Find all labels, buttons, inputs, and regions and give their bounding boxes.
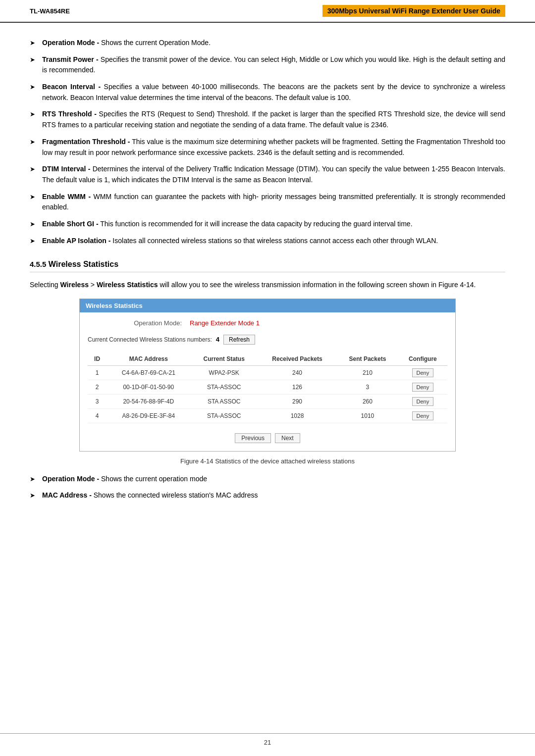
table-cell: 3 — [337, 380, 398, 394]
nav-row: Previous Next — [88, 430, 447, 444]
table-col-header: Current Status — [190, 353, 258, 366]
footer-bullet-list: ➤ Operation Mode - Shows the current ope… — [30, 474, 505, 501]
page-footer: 21 — [0, 733, 535, 756]
stations-row: Current Connected Wireless Stations numb… — [88, 335, 447, 345]
footer-bullet-item: ➤ MAC Address - Shows the connected wire… — [30, 490, 505, 501]
bullet-arrow-icon: ➤ — [30, 192, 35, 202]
bullet-text: Fragmentation Threshold - This value is … — [42, 137, 505, 158]
page-header: TL-WA854RE 300Mbps Universal WiFi Range … — [0, 0, 535, 23]
bullet-text: Operation Mode - Shows the current opera… — [42, 474, 505, 485]
table-col-header: MAC Address — [107, 353, 190, 366]
table-cell: 1028 — [258, 408, 337, 423]
table-cell-configure: Deny — [398, 394, 447, 408]
main-content: ➤ Operation Mode - Shows the current Ope… — [0, 23, 535, 733]
bullet-arrow-icon: ➤ — [30, 491, 35, 501]
stations-count: 4 — [216, 336, 219, 343]
table-cell: 1 — [88, 365, 107, 380]
table-col-header: Sent Packets — [337, 353, 398, 366]
table-col-header: Configure — [398, 353, 447, 366]
bullet-item: ➤ Enable AP Isolation - Isolates all con… — [30, 236, 505, 247]
refresh-button[interactable]: Refresh — [223, 335, 255, 345]
table-header: IDMAC AddressCurrent StatusReceived Pack… — [88, 353, 447, 366]
table-cell-configure: Deny — [398, 380, 447, 394]
operation-mode-label: Operation Mode: — [117, 319, 182, 327]
table-cell: STA ASSOC — [190, 394, 258, 408]
bullet-arrow-icon: ➤ — [30, 219, 35, 229]
deny-button[interactable]: Deny — [412, 397, 434, 406]
bullet-arrow-icon: ➤ — [30, 236, 35, 246]
table-cell: 00-1D-0F-01-50-90 — [107, 380, 190, 394]
page-wrapper: TL-WA854RE 300Mbps Universal WiFi Range … — [0, 0, 535, 756]
figure-caption: Figure 4-14 Statistics of the device att… — [30, 457, 505, 465]
bullet-arrow-icon: ➤ — [30, 55, 35, 65]
bullet-arrow-icon: ➤ — [30, 474, 35, 484]
bullet-arrow-icon: ➤ — [30, 38, 35, 48]
table-cell-configure: Deny — [398, 365, 447, 380]
next-button[interactable]: Next — [275, 433, 300, 443]
table-row: 4A8-26-D9-EE-3F-84STA-ASSOC10281010Deny — [88, 408, 447, 423]
wireless-statistics-panel: Wireless Statistics Operation Mode: Rang… — [79, 299, 456, 452]
header-model: TL-WA854RE — [30, 7, 70, 15]
previous-button[interactable]: Previous — [235, 433, 271, 443]
footer-bullet-item: ➤ Operation Mode - Shows the current ope… — [30, 474, 505, 485]
header-title: 300Mbps Universal WiFi Range Extender Us… — [322, 5, 505, 17]
deny-button[interactable]: Deny — [412, 383, 434, 392]
deny-button[interactable]: Deny — [412, 368, 434, 377]
operation-mode-row: Operation Mode: Range Extender Mode 1 — [88, 319, 447, 327]
bullet-text: MAC Address - Shows the connected wirele… — [42, 490, 505, 501]
stations-table: IDMAC AddressCurrent StatusReceived Pack… — [88, 353, 447, 423]
bullet-arrow-icon: ➤ — [30, 164, 35, 174]
bullet-item: ➤ Beacon Interval - Specifies a value be… — [30, 82, 505, 103]
table-cell: 2 — [88, 380, 107, 394]
table-cell: 20-54-76-88-9F-4D — [107, 394, 190, 408]
table-cell: 260 — [337, 394, 398, 408]
table-cell: C4-6A-B7-69-CA-21 — [107, 365, 190, 380]
section-number: 4.5.5 — [30, 260, 46, 268]
section-title: Wireless Statistics — [49, 260, 118, 268]
table-header-row: IDMAC AddressCurrent StatusReceived Pack… — [88, 353, 447, 366]
operation-mode-value: Range Extender Mode 1 — [190, 319, 260, 327]
table-col-header: Received Packets — [258, 353, 337, 366]
stations-label: Current Connected Wireless Stations numb… — [88, 336, 212, 343]
table-body: 1C4-6A-B7-69-CA-21WPA2-PSK240210Deny200-… — [88, 365, 447, 423]
table-cell: STA-ASSOC — [190, 408, 258, 423]
bullet-text: Beacon Interval - Specifies a value betw… — [42, 82, 505, 103]
table-row: 200-1D-0F-01-50-90STA-ASSOC1263Deny — [88, 380, 447, 394]
bullet-item: ➤ Enable Short GI - This function is rec… — [30, 219, 505, 230]
deny-button[interactable]: Deny — [412, 411, 434, 420]
table-row: 1C4-6A-B7-69-CA-21WPA2-PSK240210Deny — [88, 365, 447, 380]
bullet-arrow-icon: ➤ — [30, 109, 35, 119]
bullet-item: ➤ Enable WMM - WMM function can guarante… — [30, 192, 505, 213]
table-cell: 126 — [258, 380, 337, 394]
table-cell: 4 — [88, 408, 107, 423]
section-heading: 4.5.5 Wireless Statistics — [30, 260, 505, 272]
table-cell: A8-26-D9-EE-3F-84 — [107, 408, 190, 423]
bullet-item: ➤ Transmit Power - Specifies the transmi… — [30, 54, 505, 76]
bullet-text: Enable Short GI - This function is recom… — [42, 219, 505, 230]
bullet-item: ➤ RTS Threshold - Specifies the RTS (Req… — [30, 109, 505, 130]
table-cell: 240 — [258, 365, 337, 380]
bullet-list: ➤ Operation Mode - Shows the current Ope… — [30, 38, 505, 246]
table-cell: 1010 — [337, 408, 398, 423]
bullet-text: Enable WMM - WMM function can guarantee … — [42, 192, 505, 213]
bullet-item: ➤ Fragmentation Threshold - This value i… — [30, 137, 505, 158]
bullet-item: ➤ Operation Mode - Shows the current Ope… — [30, 38, 505, 49]
bullet-arrow-icon: ➤ — [30, 137, 35, 147]
table-col-header: ID — [88, 353, 107, 366]
table-cell: 290 — [258, 394, 337, 408]
bullet-text: Operation Mode - Shows the current Opera… — [42, 38, 505, 49]
table-cell: 3 — [88, 394, 107, 408]
table-row: 320-54-76-88-9F-4DSTA ASSOC290260Deny — [88, 394, 447, 408]
intro-text: Selecting Wireless > Wireless Statistics… — [30, 279, 505, 290]
bullet-text: Transmit Power - Specifies the transmit … — [42, 54, 505, 76]
table-cell: WPA2-PSK — [190, 365, 258, 380]
bullet-text: RTS Threshold - Specifies the RTS (Reque… — [42, 109, 505, 130]
table-cell: STA-ASSOC — [190, 380, 258, 394]
bullet-text: Enable AP Isolation - Isolates all conne… — [42, 236, 505, 247]
bullet-text: DTIM Interval - Determines the interval … — [42, 164, 505, 185]
panel-header: Wireless Statistics — [80, 299, 455, 312]
panel-body: Operation Mode: Range Extender Mode 1 Cu… — [80, 312, 455, 451]
table-cell: 210 — [337, 365, 398, 380]
table-cell-configure: Deny — [398, 408, 447, 423]
bullet-arrow-icon: ➤ — [30, 82, 35, 92]
